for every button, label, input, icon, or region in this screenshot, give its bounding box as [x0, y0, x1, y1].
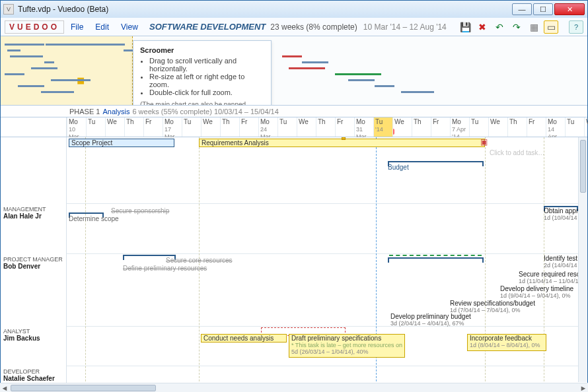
timescale-day: Mo7 Apr '14: [450, 117, 469, 137]
timescale-day: Th: [507, 117, 527, 137]
role-column: MANAGEMENT Alan Hale Jr PROJECT MANAGER …: [1, 137, 67, 391]
timescale-day: Th: [220, 117, 239, 137]
timescale-header[interactable]: TODAY Mo10 Mar '14TuWeThFrMo17 Mar '14Tu…: [1, 117, 587, 137]
task-develop-budget: Develop preliminary budget: [390, 313, 471, 320]
vertical-scrollbar[interactable]: [578, 137, 587, 382]
scroomer-tip-note: (The main chart can also be panned direc…: [140, 100, 264, 106]
timescale-day: Fr: [431, 117, 450, 137]
task-determine-scope: Determine scope: [69, 215, 119, 222]
timescale-day: Mo10 Mar '14: [67, 117, 86, 137]
timescale-day: Tu: [565, 117, 584, 137]
role-name-pm: Bob Denver: [3, 263, 64, 270]
scroll-right-icon[interactable]: ►: [579, 384, 588, 392]
scroomer-tip-3: Double-click for full zoom.: [149, 88, 264, 96]
phase-strip: PHASE 1 Analysis 6 weeks (55% complete) …: [1, 106, 587, 117]
pm-bracket-2[interactable]: [388, 257, 484, 261]
app-toolbar: VUEDOO File Edit View SOFTWARE DEVELOPME…: [1, 18, 587, 36]
scroomer-panel[interactable]: ◆ Scroomer Drag to scroll vertically and…: [1, 36, 587, 106]
budget-label: Budget: [388, 164, 409, 171]
timescale-day: Tu: [277, 117, 297, 137]
undo-icon[interactable]: ↶: [492, 20, 507, 34]
scroll-left-icon[interactable]: ◄: [0, 384, 9, 392]
task-incorporate[interactable]: Incorporate feedback 1d (8/04/14 – 8/04/…: [467, 334, 546, 351]
timescale-day: Mo31 Mar '14: [354, 117, 373, 137]
task-develop-budget-sub: 3d (2/04/14 – 4/04/14), 67%: [390, 320, 464, 327]
add-task-placeholder[interactable]: Click to add task…: [490, 149, 544, 156]
timescale-day: Tu: [469, 117, 488, 137]
green-progress-line: [389, 255, 482, 256]
scroomer-tooltip-heading: Scroomer: [140, 46, 264, 54]
task-draft-specs[interactable]: Draft preliminary specifications * This …: [289, 334, 405, 358]
vertical-scrollbar-thumb[interactable]: [580, 140, 586, 193]
scroomer-tooltip: Scroomer Drag to scroll vertically and h…: [133, 40, 272, 106]
save-icon[interactable]: 💾: [458, 20, 472, 34]
timescale-day: Tu: [86, 117, 105, 137]
task-secure-core: Secure core resources: [166, 257, 233, 264]
task-conduct-needs[interactable]: Conduct needs analysis: [201, 334, 287, 343]
horizontal-scrollbar[interactable]: ◄ ►: [0, 383, 588, 392]
timescale-day: Tu'14: [373, 117, 392, 137]
role-title-pm: PROJECT MANAGER: [3, 256, 64, 263]
tasks-icon[interactable]: ▦: [527, 20, 541, 34]
phase-prefix: PHASE 1: [69, 108, 100, 115]
project-info: SOFTWARE DEVELOPMENT 23 weeks (8% comple…: [145, 22, 451, 32]
task-review-specs: Review specifications/budget: [450, 300, 535, 307]
task-develop-delivery-sub: 1d (9/04/14 – 9/04/14), 0%: [500, 292, 571, 299]
task-define-prelim: Define preliminary resources: [123, 265, 207, 272]
timescale-day: Mo17 Mar '14: [163, 117, 182, 137]
project-stats: 23 weeks (8% complete): [270, 22, 357, 32]
window-close-button[interactable]: ✕: [554, 3, 585, 15]
timescale-day: Fr: [239, 117, 258, 137]
task-secure-sponsorship: Secure sponsorship: [111, 207, 169, 214]
role-title-management: MANAGEMENT: [3, 206, 64, 212]
app-logo: VUEDOO: [5, 20, 64, 34]
task-resize-handle[interactable]: [342, 137, 346, 140]
gantt-grid[interactable]: MANAGEMENT Alan Hale Jr PROJECT MANAGER …: [1, 137, 587, 391]
timescale-day: Fr: [527, 117, 546, 137]
scroomer-tip-2: Re-size at left or right edge to zoom.: [149, 73, 264, 88]
role-name-management: Alan Hale Jr: [3, 212, 64, 220]
timescale-day: Fr: [143, 117, 163, 137]
timescale-day: We: [392, 117, 412, 137]
overview-icon[interactable]: ▭: [544, 20, 558, 34]
menu-edit[interactable]: Edit: [95, 22, 109, 32]
role-title-dev: DEVELOPER: [3, 368, 64, 375]
role-name-analyst: Jim Backus: [3, 335, 64, 342]
horizontal-scrollbar-thumb[interactable]: [11, 385, 156, 391]
scroomer-overview: [1, 36, 587, 105]
project-title: SOFTWARE DEVELOPMENT: [149, 22, 266, 32]
timescale-day: Fr: [335, 117, 354, 137]
timescale-day: Th: [124, 117, 143, 137]
timescale-day: Tu: [182, 117, 201, 137]
scroomer-tip-1: Drag to scroll vertically and horizontal…: [149, 57, 264, 73]
timescale-day: Th: [316, 117, 335, 137]
timescale-day: We: [488, 117, 507, 137]
project-dates: 10 Mar '14 – 12 Aug '14: [363, 22, 447, 32]
phase-details: 6 weeks (55% complete) 10/03/14 – 15/04/…: [132, 108, 278, 115]
timescale-day: We: [584, 117, 588, 137]
window-maximize-button[interactable]: ☐: [533, 3, 553, 15]
timescale-day: Th: [412, 117, 431, 137]
role-title-analyst: ANALYST: [3, 328, 64, 335]
timescale-day: We: [201, 117, 220, 137]
timescale-day: Mo14 Apr '14: [546, 117, 565, 137]
window-title: Tufte.vdp - Vuedoo (Beta): [18, 5, 108, 14]
milestone-icon[interactable]: ▣: [480, 139, 487, 145]
timescale-day: Mo24 Mar '14: [258, 117, 277, 137]
task-develop-delivery: Develop delivery timeline: [500, 285, 573, 292]
app-icon: V: [3, 4, 14, 15]
task-scope-project[interactable]: Scope Project: [69, 139, 174, 147]
menu-file[interactable]: File: [71, 22, 83, 32]
window-titlebar: V Tufte.vdp - Vuedoo (Beta) — ☐ ✕: [1, 1, 587, 18]
redo-icon[interactable]: ↷: [509, 20, 524, 34]
window-minimize-button[interactable]: —: [512, 3, 532, 15]
timescale-day: We: [105, 117, 124, 137]
delete-icon[interactable]: ✖: [475, 20, 490, 34]
help-icon[interactable]: ?: [569, 20, 583, 34]
task-secure-required: Secure required resour: [519, 271, 586, 278]
task-secure-required-sub: 1d (11/04/14 – 11/04/14: [519, 278, 582, 284]
menu-view[interactable]: View: [121, 22, 138, 32]
phase-name-link[interactable]: Analysis: [102, 108, 129, 115]
role-name-dev: Natalie Schaefer: [3, 375, 64, 382]
timescale-day: We: [297, 117, 316, 137]
